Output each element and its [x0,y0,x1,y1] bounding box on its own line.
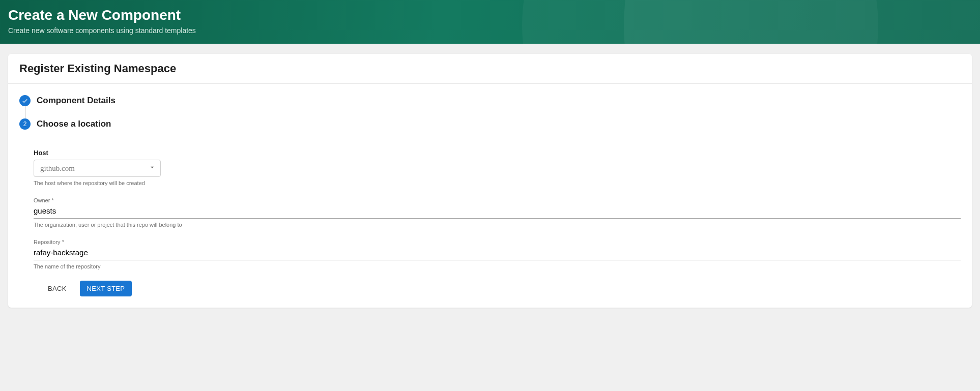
back-button[interactable]: Back [41,281,74,296]
form-section: Host github.com The host where the repos… [19,141,961,296]
step-label: Choose a location [37,119,111,129]
card-body: Component Details 2 Choose a location Ho… [8,84,972,308]
owner-input[interactable] [34,204,961,219]
stepper: Component Details 2 Choose a location [19,95,961,130]
repository-helper: The name of the repository [34,263,961,269]
owner-field: Owner * The organization, user or projec… [34,197,961,228]
page-hero: Create a New Component Create new softwa… [0,0,980,44]
card-title: Register Existing Namespace [19,62,961,75]
step-label: Component Details [37,96,116,106]
step-connector [25,106,25,118]
host-select-wrap: github.com [34,160,161,177]
repository-field: Repository * The name of the repository [34,239,961,269]
page-subtitle: Create new software components using sta… [8,26,972,35]
host-helper: The host where the repository will be cr… [34,180,961,186]
host-label: Host [34,149,961,157]
step-component-details: Component Details [19,95,961,106]
owner-label: Owner * [34,197,961,203]
step-number-badge: 2 [19,118,31,130]
next-step-button[interactable]: Next Step [80,281,132,296]
host-select[interactable]: github.com [34,160,161,177]
repository-input[interactable] [34,246,961,260]
card-header: Register Existing Namespace [8,54,972,84]
form-actions: Back Next Step [34,281,961,296]
main-card: Register Existing Namespace Component De… [8,54,972,308]
owner-helper: The organization, user or project that t… [34,222,961,228]
repository-label: Repository * [34,239,961,245]
step-choose-location: 2 Choose a location [19,118,961,130]
check-icon [19,95,31,106]
page-title: Create a New Component [8,7,972,23]
host-field: Host github.com The host where the repos… [34,149,961,186]
